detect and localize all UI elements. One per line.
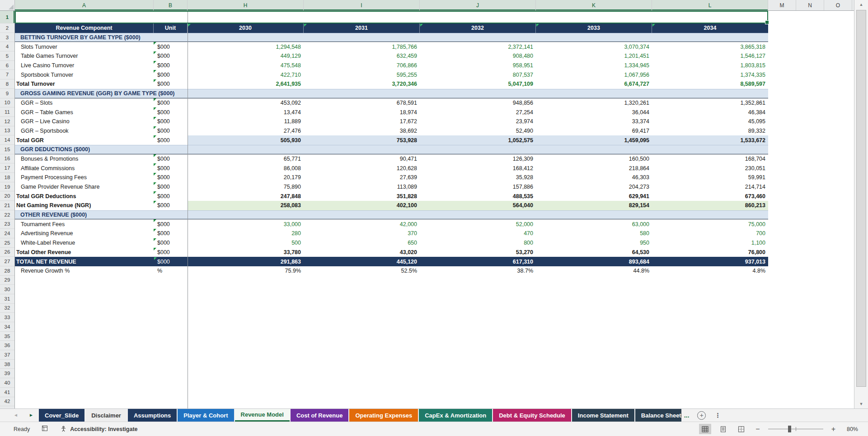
value-cell-2031[interactable]: 113,089	[304, 182, 420, 192]
row-label-cell[interactable]: GGR – Sportsbook	[15, 126, 154, 136]
value-cell-2030[interactable]: 280	[188, 229, 304, 238]
row-label-cell[interactable]: Advertising Revenue	[15, 229, 154, 238]
row-label-cell[interactable]: GGR – Table Games	[15, 107, 154, 117]
value-cell-2033[interactable]: 950	[536, 238, 652, 248]
value-cell-2030[interactable]: 422,710	[188, 70, 304, 79]
row-header-23[interactable]: 23	[0, 219, 14, 229]
value-cell-2034[interactable]: 89,332	[652, 126, 768, 136]
row-label-cell[interactable]: Total Turnover	[15, 79, 154, 89]
value-cell-2033[interactable]: 36,044	[536, 107, 652, 117]
sheet-tab-operating-expenses[interactable]: Operating Expenses	[349, 409, 418, 422]
value-cell-2032[interactable]: 52,490	[420, 126, 536, 136]
zoom-out-button[interactable]: −	[753, 426, 762, 433]
page-break-preview-button[interactable]	[735, 424, 747, 434]
value-cell-2031[interactable]: 43,020	[304, 248, 420, 257]
value-cell-2030[interactable]: 1,294,548	[188, 42, 304, 51]
unit-cell[interactable]: $000	[154, 248, 188, 257]
value-cell-2032[interactable]: 168,412	[420, 163, 536, 173]
value-cell-2033[interactable]: 580	[536, 229, 652, 238]
column-header-M[interactable]: M	[768, 0, 796, 10]
unit-cell[interactable]: $000	[154, 107, 188, 117]
add-sheet-button[interactable]: +	[697, 411, 706, 420]
sheet-tab-assumptions[interactable]: Assumptions	[128, 409, 177, 422]
row-header-35[interactable]: 35	[0, 332, 14, 341]
value-cell-2034[interactable]: 860,213	[652, 201, 768, 210]
row-header-22[interactable]: 22	[0, 210, 14, 220]
sheet-tab-income-statement[interactable]: Income Statement	[572, 409, 634, 422]
value-cell-2031[interactable]: 632,459	[304, 51, 420, 61]
row-label-cell[interactable]: GGR – Live Casino	[15, 117, 154, 126]
value-cell-2033[interactable]: 44.8%	[536, 266, 652, 276]
value-cell-2032[interactable]: 53,270	[420, 248, 536, 257]
value-cell-2033[interactable]: 204,273	[536, 182, 652, 192]
unit-cell[interactable]: $000	[154, 61, 188, 70]
value-cell-2032[interactable]: 52,000	[420, 219, 536, 229]
value-cell-2030[interactable]: 65,771	[188, 154, 304, 164]
row-label-cell[interactable]: Tournament Fees	[15, 219, 154, 229]
sheet-tab-player-cohort[interactable]: Player & Cohort	[178, 409, 234, 422]
value-cell-2033[interactable]: 629,941	[536, 191, 652, 201]
value-cell-2033[interactable]: 1,334,945	[536, 61, 652, 70]
value-cell-2031[interactable]: 370	[304, 229, 420, 238]
value-cell-2033[interactable]: 1,459,095	[536, 135, 652, 145]
value-cell-2031[interactable]: 595,255	[304, 70, 420, 79]
row-header-31[interactable]: 31	[0, 294, 14, 304]
value-cell-2034[interactable]: 76,800	[652, 248, 768, 257]
row-header-8[interactable]: 8	[0, 79, 14, 89]
header-cell-component[interactable]: Revenue Component	[15, 23, 154, 33]
value-cell-2030[interactable]: 500	[188, 238, 304, 248]
unit-cell[interactable]: $000	[154, 126, 188, 136]
sheet-tab-capex-amortization[interactable]: CapEx & Amortization	[419, 409, 492, 422]
value-cell-2031[interactable]: 38,692	[304, 126, 420, 136]
row-header-39[interactable]: 39	[0, 369, 14, 378]
row-header-38[interactable]: 38	[0, 360, 14, 369]
row-header-34[interactable]: 34	[0, 322, 14, 332]
value-cell-2030[interactable]: 449,129	[188, 51, 304, 61]
value-cell-2034[interactable]: 700	[652, 229, 768, 238]
tab-overflow-indicator[interactable]: ...	[684, 409, 690, 422]
value-cell-2034[interactable]: 168,704	[652, 154, 768, 164]
select-all-corner[interactable]	[0, 0, 15, 10]
header-cell-year-2032[interactable]: 2032	[420, 23, 536, 33]
value-cell-2032[interactable]: 126,309	[420, 154, 536, 164]
row-header-25[interactable]: 25	[0, 238, 14, 248]
value-cell-2030[interactable]: 2,641,935	[188, 79, 304, 89]
row-header-37[interactable]: 37	[0, 350, 14, 360]
value-cell-2032[interactable]: 958,951	[420, 61, 536, 70]
value-cell-2031[interactable]: 90,471	[304, 154, 420, 164]
row-header-41[interactable]: 41	[0, 388, 14, 397]
row-header-7[interactable]: 7	[0, 70, 14, 79]
zoom-slider-handle[interactable]	[788, 426, 791, 432]
value-cell-2032[interactable]: 488,535	[420, 191, 536, 201]
value-cell-2033[interactable]: 893,684	[536, 257, 652, 266]
vertical-scrollbar-thumb[interactable]	[856, 10, 866, 387]
section-header-label[interactable]: OTHER REVENUE ($000)	[15, 211, 87, 219]
row-header-19[interactable]: 19	[0, 182, 14, 192]
section-header-label[interactable]: GROSS GAMING REVENUE (GGR) BY GAME TYPE …	[15, 89, 175, 98]
row-label-cell[interactable]: Total GGR	[15, 135, 154, 145]
header-cell-year-2034[interactable]: 2034	[652, 23, 768, 33]
value-cell-2031[interactable]: 3,720,346	[304, 79, 420, 89]
unit-cell[interactable]: $000	[154, 135, 188, 145]
row-header-40[interactable]: 40	[0, 378, 14, 388]
column-header-L[interactable]: L	[652, 0, 768, 10]
header-cell-year-2031[interactable]: 2031	[304, 23, 420, 33]
row-header-17[interactable]: 17	[0, 163, 14, 173]
accessibility-status[interactable]: Accessibility: Investigate	[60, 426, 137, 432]
value-cell-2034[interactable]: 937,013	[652, 257, 768, 266]
row-label-cell[interactable]: Live Casino Turnover	[15, 61, 154, 70]
value-cell-2030[interactable]: 505,930	[188, 135, 304, 145]
row-header-18[interactable]: 18	[0, 173, 14, 182]
value-cell-2030[interactable]: 33,780	[188, 248, 304, 257]
value-cell-2030[interactable]: 453,092	[188, 98, 304, 108]
value-cell-2033[interactable]: 218,864	[536, 163, 652, 173]
row-header-14[interactable]: 14	[0, 135, 14, 145]
value-cell-2031[interactable]: 27,639	[304, 173, 420, 182]
row-header-28[interactable]: 28	[0, 266, 14, 276]
value-cell-2033[interactable]: 64,530	[536, 248, 652, 257]
value-cell-2034[interactable]: 1,352,861	[652, 98, 768, 108]
header-cell-year-2033[interactable]: 2033	[536, 23, 652, 33]
row-header-24[interactable]: 24	[0, 229, 14, 238]
unit-cell[interactable]: $000	[154, 238, 188, 248]
zoom-level[interactable]: 80%	[844, 426, 858, 432]
